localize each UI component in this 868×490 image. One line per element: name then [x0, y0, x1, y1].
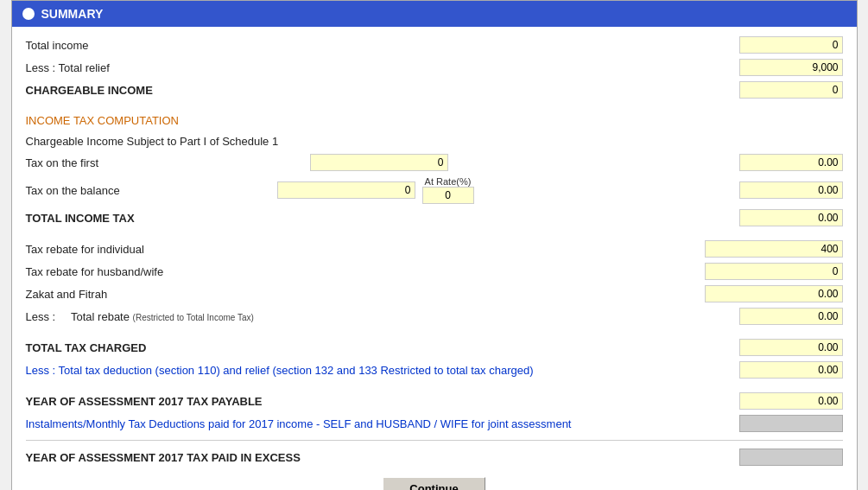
- header-icon: [22, 8, 35, 20]
- total-income-row: Total income 0: [26, 34, 843, 56]
- tax-rate-input[interactable]: 0: [422, 187, 474, 204]
- at-rate-col: At Rate(%) 0: [422, 176, 474, 204]
- total-tax-charged-label: TOTAL TAX CHARGED: [26, 341, 732, 354]
- zakat-label: Zakat and Fitrah: [26, 288, 705, 301]
- header-title: SUMMARY: [41, 7, 104, 21]
- continue-button[interactable]: Continue: [383, 477, 485, 490]
- year-payable-row: YEAR OF ASSESSMENT 2017 TAX PAYABLE 0.00: [26, 390, 843, 412]
- tax-balance-input[interactable]: 0: [277, 181, 415, 199]
- total-income-tax-label: TOTAL INCOME TAX: [26, 212, 732, 225]
- income-tax-title-row: INCOME TAX COMPUTATION: [26, 110, 843, 130]
- total-tax-charged-row: TOTAL TAX CHARGED 0.00: [26, 336, 843, 359]
- total-income-tax-value: 0.00: [739, 209, 843, 226]
- income-tax-subtitle: Chargeable Income Subject to Part I of S…: [26, 135, 843, 148]
- total-tax-charged-value: 0.00: [739, 339, 843, 356]
- tax-first-row: Tax on the first 0 0.00: [26, 151, 843, 174]
- rebate-individual-row: Tax rebate for individual 400: [26, 238, 843, 260]
- tax-first-input[interactable]: 0: [310, 154, 448, 171]
- less-relief-label: Less : Total relief: [26, 61, 732, 74]
- income-tax-subtitle-row: Chargeable Income Subject to Part I of S…: [26, 130, 843, 151]
- chargeable-income-label: CHARGEABLE INCOME: [26, 84, 732, 97]
- less-deduction-value: 0.00: [739, 361, 843, 379]
- divider: [26, 440, 843, 441]
- rebate-individual-label: Tax rebate for individual: [26, 243, 705, 256]
- less-deduction-row: Less : Total tax deduction (section 110)…: [26, 359, 843, 381]
- rebate-individual-value[interactable]: 400: [705, 240, 843, 258]
- year-payable-label: YEAR OF ASSESSMENT 2017 TAX PAYABLE: [26, 395, 732, 408]
- less-rebate-value: 0.00: [739, 308, 843, 325]
- instalments-label: Instalments/Monthly Tax Deductions paid …: [26, 417, 732, 430]
- year-paid-row: YEAR OF ASSESSMENT 2017 TAX PAID IN EXCE…: [26, 446, 843, 468]
- year-paid-label: YEAR OF ASSESSMENT 2017 TAX PAID IN EXCE…: [26, 451, 732, 464]
- year-paid-value: [739, 449, 843, 466]
- less-relief-row: Less : Total relief 9,000: [26, 56, 843, 79]
- total-income-tax-row: TOTAL INCOME TAX 0.00: [26, 207, 843, 229]
- panel-header: SUMMARY: [12, 1, 857, 27]
- tax-balance-label: Tax on the balance: [26, 184, 277, 197]
- tax-first-label: Tax on the first: [26, 156, 310, 169]
- less-rebate-note: (Restricted to Total Income Tax): [133, 313, 254, 322]
- less-relief-value: 9,000: [739, 59, 843, 76]
- less-rebate-label: Less : Total rebate (Restricted to Total…: [26, 310, 732, 323]
- zakat-row: Zakat and Fitrah 0.00: [26, 283, 843, 305]
- rebate-husband-row: Tax rebate for husband/wife 0: [26, 260, 843, 283]
- chargeable-income-row: CHARGEABLE INCOME 0: [26, 79, 843, 101]
- instalments-value: [739, 415, 843, 432]
- income-tax-title: INCOME TAX COMPUTATION: [26, 114, 843, 127]
- instalments-row: Instalments/Monthly Tax Deductions paid …: [26, 412, 843, 435]
- tax-balance-row: Tax on the balance 0 At Rate(%) 0 0.00: [26, 174, 843, 207]
- total-income-value: 0: [739, 36, 843, 54]
- rebate-husband-label: Tax rebate for husband/wife: [26, 265, 705, 278]
- zakat-value[interactable]: 0.00: [705, 285, 843, 302]
- less-rebate-row: Less : Total rebate (Restricted to Total…: [26, 305, 843, 328]
- year-payable-value: 0.00: [739, 392, 843, 410]
- total-income-label: Total income: [26, 39, 732, 52]
- chargeable-income-value: 0: [739, 81, 843, 99]
- at-rate-label: At Rate(%): [425, 176, 472, 187]
- less-deduction-label: Less : Total tax deduction (section 110)…: [26, 364, 732, 377]
- rebate-husband-value[interactable]: 0: [705, 263, 843, 280]
- tax-balance-result: 0.00: [739, 181, 843, 199]
- tax-first-result: 0.00: [739, 154, 843, 171]
